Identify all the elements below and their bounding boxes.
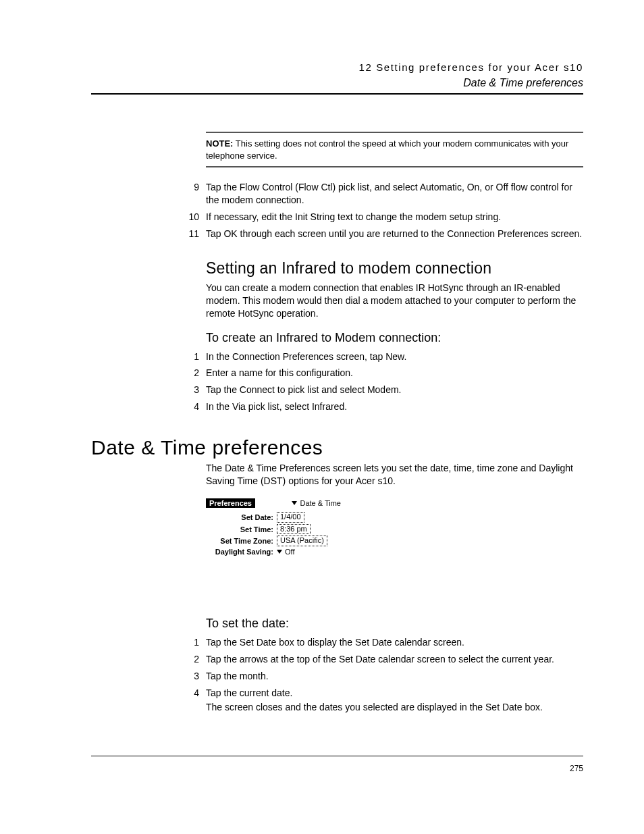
footer-rule xyxy=(91,756,583,756)
step-number: 9 xyxy=(179,181,199,194)
step-number: 1 xyxy=(179,350,199,363)
daylight-saving-label: Daylight Saving: xyxy=(206,548,277,556)
steps-list-proc1: 1 In the Connection Preferences screen, … xyxy=(206,350,583,414)
note-text: This setting does not control the speed … xyxy=(206,138,568,161)
daylight-saving-value: Off xyxy=(285,548,294,556)
device-row-set-timezone: Set Time Zone: USA (Pacific) xyxy=(206,536,341,546)
note-label: NOTE: xyxy=(206,138,233,149)
device-row-set-time: Set Time: 8:36 pm xyxy=(206,524,341,535)
step-number: 1 xyxy=(179,636,199,649)
step-text: If necessary, edit the Init String text … xyxy=(206,211,583,224)
step-item: 11 Tap OK through each screen until you … xyxy=(206,228,583,240)
running-header-section: Date & Time preferences xyxy=(91,77,583,89)
paragraph: The Date & Time Preferences screen lets … xyxy=(206,462,583,488)
step-number: 10 xyxy=(179,211,199,224)
set-date-field[interactable]: 1/4/00 xyxy=(277,512,304,523)
step-text: Tap the arrows at the top of the Set Dat… xyxy=(206,653,583,666)
chevron-down-icon xyxy=(292,501,297,505)
device-app-name: Preferences xyxy=(206,498,255,508)
device-row-daylight-saving: Daylight Saving: Off xyxy=(206,548,341,556)
device-menu-picklist[interactable]: Date & Time xyxy=(292,499,341,507)
running-header-chapter: 12 Setting preferences for your Acer s10 xyxy=(91,61,583,74)
step-text: Tap the Flow Control (Flow Ctl) pick lis… xyxy=(206,181,583,207)
set-timezone-label: Set Time Zone: xyxy=(206,537,277,545)
device-screenshot: Preferences Date & Time Set Date: 1/4/00… xyxy=(206,498,341,556)
page: 12 Setting preferences for your Acer s10… xyxy=(0,0,644,834)
procedure-heading: To create an Infrared to Modem connectio… xyxy=(206,331,583,345)
section-heading: Date & Time preferences xyxy=(91,436,583,459)
step-text: Tap the current date. xyxy=(206,687,583,700)
step-item: 4 Tap the current date. The screen close… xyxy=(206,687,583,714)
subsection-heading: Setting an Infrared to modem connection xyxy=(206,259,583,278)
chevron-down-icon xyxy=(277,550,282,554)
set-timezone-field[interactable]: USA (Pacific) xyxy=(277,536,327,546)
step-number: 3 xyxy=(179,384,199,396)
step-extra: The screen closes and the dates you sele… xyxy=(206,701,583,714)
note-box: NOTE: This setting does not control the … xyxy=(206,132,583,167)
steps-list-a: 9 Tap the Flow Control (Flow Ctl) pick l… xyxy=(206,181,583,240)
step-number: 11 xyxy=(179,228,199,240)
device-menu-label: Date & Time xyxy=(300,499,341,507)
step-item: 9 Tap the Flow Control (Flow Ctl) pick l… xyxy=(206,181,583,207)
step-text: Tap the Connect to pick list and select … xyxy=(206,384,583,396)
step-text: Tap OK through each screen until you are… xyxy=(206,228,583,240)
step-item: 3 Tap the Connect to pick list and selec… xyxy=(206,384,583,396)
set-time-label: Set Time: xyxy=(206,525,277,533)
step-text: In the Via pick list, select Infrared. xyxy=(206,400,583,413)
step-number: 3 xyxy=(179,670,199,683)
step-item: 4 In the Via pick list, select Infrared. xyxy=(206,400,583,413)
steps-list-proc2: 1 Tap the Set Date box to display the Se… xyxy=(206,636,583,713)
step-item: 3 Tap the month. xyxy=(206,670,583,683)
page-number: 275 xyxy=(570,764,583,773)
step-number: 2 xyxy=(179,653,199,666)
procedure-heading: To set the date: xyxy=(206,617,583,631)
content-column: NOTE: This setting does not control the … xyxy=(206,132,583,713)
paragraph: You can create a modem connection that e… xyxy=(206,282,583,320)
step-number: 2 xyxy=(179,367,199,380)
step-text: Tap the Set Date box to display the Set … xyxy=(206,636,583,649)
step-number: 4 xyxy=(179,400,199,413)
device-row-set-date: Set Date: 1/4/00 xyxy=(206,512,341,523)
device-titlebar: Preferences Date & Time xyxy=(206,498,341,508)
set-time-field[interactable]: 8:36 pm xyxy=(277,524,311,535)
set-date-label: Set Date: xyxy=(206,513,277,521)
step-text: Enter a name for this configuration. xyxy=(206,367,583,380)
step-item: 2 Tap the arrows at the top of the Set D… xyxy=(206,653,583,666)
step-item: 10 If necessary, edit the Init String te… xyxy=(206,211,583,224)
daylight-saving-picklist[interactable]: Off xyxy=(277,548,294,556)
step-item: 2 Enter a name for this configuration. xyxy=(206,367,583,380)
step-item: 1 Tap the Set Date box to display the Se… xyxy=(206,636,583,649)
step-text: In the Connection Preferences screen, ta… xyxy=(206,350,583,363)
step-number: 4 xyxy=(179,687,199,700)
header-rule xyxy=(91,93,583,95)
step-item: 1 In the Connection Preferences screen, … xyxy=(206,350,583,363)
step-text: Tap the month. xyxy=(206,670,583,683)
